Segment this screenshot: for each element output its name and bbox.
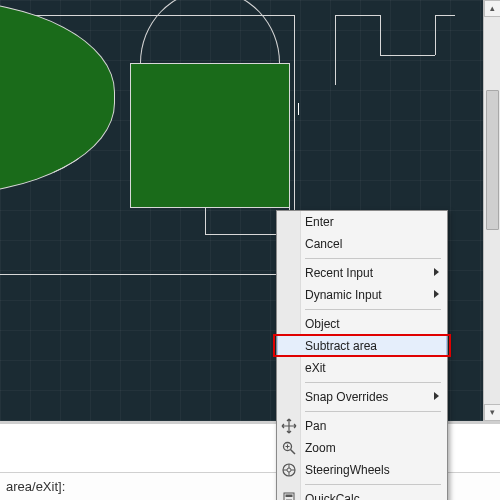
menu-label: Object <box>305 317 340 331</box>
menu-item-exit[interactable]: eXit <box>277 357 447 379</box>
menu-item-object[interactable]: Object <box>277 313 447 335</box>
zoom-icon <box>281 440 297 456</box>
menu-item-enter[interactable]: Enter <box>277 211 447 233</box>
menu-label: Pan <box>305 419 326 433</box>
svg-line-1 <box>291 450 296 455</box>
svg-rect-11 <box>286 495 293 498</box>
scroll-up-button[interactable]: ▴ <box>484 0 500 17</box>
menu-label: eXit <box>305 361 326 375</box>
menu-separator <box>305 258 441 259</box>
chevron-right-icon <box>434 268 439 276</box>
menu-item-steeringwheels[interactable]: SteeringWheels <box>277 459 447 481</box>
menu-label: QuickCalc <box>305 492 360 500</box>
menu-item-zoom[interactable]: Zoom <box>277 437 447 459</box>
scroll-down-button[interactable]: ▾ <box>484 404 500 421</box>
chevron-right-icon <box>434 290 439 298</box>
menu-item-pan[interactable]: Pan <box>277 415 447 437</box>
vertical-scrollbar[interactable]: ▴ ▾ <box>483 0 500 421</box>
menu-label: Subtract area <box>305 339 377 353</box>
menu-separator <box>305 309 441 310</box>
chevron-right-icon <box>434 392 439 400</box>
polyline-step <box>335 15 455 85</box>
menu-label: Snap Overrides <box>305 390 388 404</box>
svg-point-5 <box>287 468 291 472</box>
menu-label: Zoom <box>305 441 336 455</box>
menu-label: Cancel <box>305 237 342 251</box>
menu-item-dynamic-input[interactable]: Dynamic Input <box>277 284 447 306</box>
menu-item-recent-input[interactable]: Recent Input <box>277 262 447 284</box>
menu-label: Recent Input <box>305 266 373 280</box>
menu-label: Dynamic Input <box>305 288 382 302</box>
menu-label: Enter <box>305 215 334 229</box>
command-prompt-text: area/eXit]: <box>6 479 65 494</box>
menu-item-cancel[interactable]: Cancel <box>277 233 447 255</box>
menu-item-quickcalc[interactable]: QuickCalc <box>277 488 447 500</box>
context-menu: Enter Cancel Recent Input Dynamic Input … <box>276 210 448 500</box>
scroll-thumb[interactable] <box>486 90 499 230</box>
rect-selected <box>130 63 290 208</box>
calculator-icon <box>281 491 297 500</box>
menu-item-snap-overrides[interactable]: Snap Overrides <box>277 386 447 408</box>
menu-label: SteeringWheels <box>305 463 390 477</box>
steering-wheel-icon <box>281 462 297 478</box>
menu-separator <box>305 382 441 383</box>
tick-mark <box>298 103 299 115</box>
menu-item-subtract-area[interactable]: Subtract area <box>277 335 447 357</box>
pan-icon <box>281 418 297 434</box>
menu-separator <box>305 411 441 412</box>
menu-separator <box>305 484 441 485</box>
